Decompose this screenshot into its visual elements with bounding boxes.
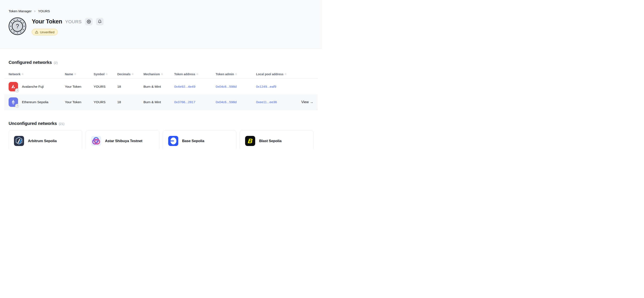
base-icon [168, 136, 178, 146]
cell-mechanism: Burn & Mint [144, 85, 174, 89]
unknown-token-coin-badge: ? [16, 104, 19, 108]
sort-icon: ◇ [235, 73, 237, 75]
token-manager-page: Token Manager › YOURS ? Your Token YOURS [0, 0, 322, 149]
sort-icon: ◇ [74, 73, 76, 75]
token-address-link[interactable]: 0x4e92...4e49 [174, 85, 216, 89]
column-header-mechanism[interactable]: Mechanism◇ [144, 73, 174, 76]
configured-count: (2) [54, 61, 58, 65]
sort-icon: ◇ [196, 73, 198, 75]
cell-decimals: 18 [117, 85, 144, 89]
unconfigured-network-cards: Arbitrum Sepolia Astar Shibuya Testnet [8, 130, 314, 149]
view-link[interactable]: View→ [302, 100, 314, 104]
column-header-token-admin[interactable]: Token admin◇ [216, 73, 256, 76]
gear-icon [87, 20, 91, 24]
section-title-text: Unconfigured networks [8, 121, 57, 126]
column-header-local-pool-address[interactable]: Local pool address◇ [256, 73, 296, 76]
cell-decimals: 18 [117, 100, 144, 104]
breadcrumb: Token Manager › YOURS [8, 9, 314, 13]
arrow-right-icon: → [310, 100, 314, 104]
local-pool-address-link[interactable]: 0xee11...ee36 [256, 100, 296, 104]
avalanche-icon: ? [8, 82, 18, 91]
network-card-base-sepolia[interactable]: Base Sepolia [163, 130, 236, 149]
sort-icon: ◇ [161, 73, 163, 75]
breadcrumb-chevron-icon: › [34, 9, 36, 13]
column-header-symbol[interactable]: Symbol◇ [94, 73, 117, 76]
astar-icon [91, 136, 101, 146]
breadcrumb-current: YOURS [38, 9, 50, 13]
notifications-button[interactable] [96, 18, 104, 25]
network-card-arbitrum-sepolia[interactable]: Arbitrum Sepolia [8, 130, 82, 149]
sort-icon: ◇ [132, 73, 134, 75]
token-symbol: YOURS [65, 19, 82, 24]
arbitrum-icon [14, 136, 24, 146]
cell-symbol: YOURS [94, 100, 117, 104]
sort-icon: ◇ [285, 73, 286, 75]
cell-name: Your Token [65, 85, 94, 89]
unconfigured-networks-title: Unconfigured networks (21) [8, 110, 314, 126]
page-title: Your Token [32, 18, 62, 25]
avatar-inner-ring: ? [12, 21, 23, 32]
cell-name: Your Token [65, 100, 94, 104]
unconfigured-networks-section: Unconfigured networks (21) Arbitrum Sepo… [4, 110, 318, 149]
badge-label: Unverified [40, 30, 54, 34]
unverified-badge: Unverified [32, 29, 58, 35]
ethereum-icon: ? [8, 97, 18, 107]
unknown-token-coin-badge: ? [16, 89, 19, 92]
token-address-link[interactable]: 0x3766...2817 [174, 100, 216, 104]
token-header-section: Token Manager › YOURS ? Your Token YOURS [0, 0, 322, 49]
configured-networks-section: Configured networks (2) Network◇ Name◇ S… [4, 49, 318, 110]
token-admin-link[interactable]: 0x04c6...598d [216, 100, 256, 104]
column-header-decimals[interactable]: Decimals◇ [117, 73, 144, 76]
card-label: Base Sepolia [182, 139, 204, 143]
sort-icon: ◇ [22, 73, 24, 75]
network-name: Avalanche Fuji [22, 85, 44, 89]
local-pool-address-link[interactable]: 0x1249...eaf9 [256, 85, 296, 89]
token-avatar: ? [8, 18, 26, 35]
token-admin-link[interactable]: 0x04c6...598d [216, 85, 256, 89]
unknown-token-icon: ? [16, 23, 19, 30]
warning-triangle-icon [35, 31, 38, 34]
blast-icon: B [245, 136, 255, 146]
column-header-network[interactable]: Network◇ [8, 73, 65, 76]
table-row-avalanche-fuji[interactable]: ? Avalanche Fuji Your Token YOURS 18 Bur… [4, 79, 318, 94]
network-card-blast-sepolia[interactable]: B Blast Sepolia [240, 130, 314, 149]
network-card-astar-shibuya-testnet[interactable]: Astar Shibuya Testnet [86, 130, 160, 149]
cell-mechanism: Burn & Mint [144, 100, 174, 104]
sort-icon: ◇ [106, 73, 108, 75]
card-label: Blast Sepolia [259, 139, 282, 143]
column-header-token-address[interactable]: Token address◇ [174, 73, 216, 76]
card-label: Arbitrum Sepolia [28, 139, 57, 143]
configured-networks-title: Configured networks (2) [8, 49, 314, 65]
card-label: Astar Shibuya Testnet [105, 139, 142, 143]
bell-icon [98, 20, 102, 24]
unconfigured-count: (21) [59, 122, 64, 126]
settings-button[interactable] [85, 18, 92, 25]
network-name: Ethereum Sepolia [22, 100, 48, 104]
table-header-row: Network◇ Name◇ Symbol◇ Decimals◇ Mechani… [4, 70, 318, 79]
table-row-ethereum-sepolia[interactable]: ? Ethereum Sepolia Your Token YOURS 18 B… [4, 94, 318, 110]
breadcrumb-token-manager[interactable]: Token Manager [8, 9, 32, 13]
column-header-name[interactable]: Name◇ [65, 73, 94, 76]
cell-symbol: YOURS [94, 85, 117, 89]
section-title-text: Configured networks [8, 60, 52, 65]
